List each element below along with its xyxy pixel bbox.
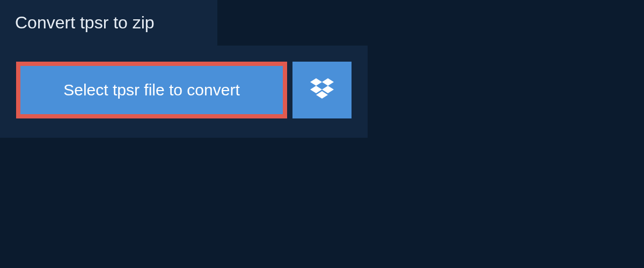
svg-marker-3 [322, 86, 334, 93]
svg-marker-2 [310, 86, 322, 93]
dropbox-button[interactable] [292, 62, 352, 118]
tab-header: Convert tpsr to zip [0, 0, 217, 46]
select-file-label: Select tpsr file to convert [63, 81, 239, 99]
action-panel: Select tpsr file to convert [0, 46, 368, 138]
page-title: Convert tpsr to zip [15, 13, 196, 33]
svg-marker-1 [322, 78, 334, 86]
select-file-button[interactable]: Select tpsr file to convert [16, 62, 287, 118]
svg-marker-0 [310, 78, 322, 86]
svg-marker-4 [316, 91, 328, 99]
dropbox-icon [310, 78, 334, 102]
